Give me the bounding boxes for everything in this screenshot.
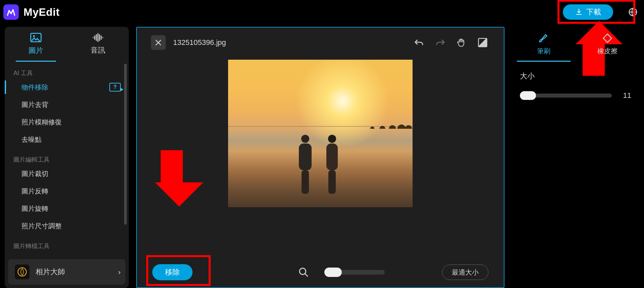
image-icon [30, 33, 42, 42]
section-ai-tools: AI 工具 [5, 62, 129, 78]
sidebar-item-label: 圖片去背 [21, 100, 48, 109]
tab-brush-label: 筆刷 [537, 47, 550, 56]
sidebar-item-label: 物件移除 [21, 83, 48, 92]
download-icon [575, 8, 583, 16]
sidebar-item-label: 照片模糊修復 [21, 118, 62, 127]
top-bar: MyEdit 下載 [0, 0, 644, 24]
promo-label: 相片大師 [36, 267, 65, 277]
redo-button[interactable] [433, 36, 447, 49]
sidebar-item-label: 圖片反轉 [21, 187, 48, 196]
left-sidebar: 圖片 音訊 AI 工具 物件移除 ? 圖片去背 照片模糊修復 去噪點 [5, 27, 129, 288]
zoom-out-button[interactable] [296, 265, 311, 280]
sidebar-item-denoise[interactable]: 去噪點 [5, 131, 129, 148]
remove-button[interactable]: 移除 [152, 264, 193, 280]
undo-icon [414, 38, 424, 47]
sidebar-item-flip[interactable]: 圖片反轉 [5, 182, 129, 200]
sidebar-item-resize[interactable]: 照片尺寸調整 [5, 217, 129, 235]
app-name: MyEdit [23, 6, 60, 18]
app-logo[interactable] [3, 4, 19, 20]
globe-icon [628, 7, 638, 17]
redo-icon [435, 38, 445, 47]
brush-size-label: 大小 [520, 71, 631, 81]
sidebar-scroll[interactable]: AI 工具 物件移除 ? 圖片去背 照片模糊修復 去噪點 圖片編輯工具 圖片裁切… [5, 62, 129, 257]
sidebar-item-rotate[interactable]: 圖片旋轉 [5, 200, 129, 217]
zoom-slider-thumb[interactable] [324, 268, 342, 277]
tab-image-label: 圖片 [29, 46, 43, 56]
tab-audio[interactable]: 音訊 [67, 27, 129, 62]
fit-label: 最適大小 [452, 269, 479, 276]
tab-brush[interactable]: 筆刷 [512, 27, 576, 62]
filename-label: 1325105396.jpg [173, 38, 226, 47]
tab-audio-label: 音訊 [91, 45, 105, 55]
brush-icon [538, 33, 549, 43]
sidebar-item-label: 照片尺寸調整 [21, 222, 62, 231]
sidebar-item-label: 圖片裁切 [21, 169, 48, 178]
sidebar-item-label: 去噪點 [21, 135, 42, 144]
audio-icon [92, 33, 104, 42]
help-icon[interactable]: ? [109, 83, 121, 92]
brush-size-slider[interactable] [520, 94, 612, 98]
magnifier-icon [298, 267, 309, 278]
language-button[interactable] [628, 7, 638, 17]
promo-app-icon [15, 265, 30, 279]
sidebar-item-crop[interactable]: 圖片裁切 [5, 165, 129, 182]
right-panel: 筆刷 橡皮擦 大小 11 [512, 27, 639, 288]
download-button[interactable]: 下載 [563, 4, 613, 20]
sidebar-item-deblur[interactable]: 照片模糊修復 [5, 113, 129, 131]
brush-size-value: 11 [618, 91, 631, 100]
sidebar-item-label: 圖片旋轉 [21, 204, 48, 213]
zoom-slider[interactable] [324, 270, 385, 275]
logo-glyph-icon [6, 7, 16, 17]
close-icon [155, 39, 162, 46]
undo-button[interactable] [412, 36, 426, 49]
compare-icon [478, 38, 488, 48]
remove-label: 移除 [165, 268, 180, 276]
canvas-viewport[interactable] [137, 58, 504, 257]
tab-eraser-label: 橡皮擦 [597, 47, 618, 56]
brush-size-thumb[interactable] [520, 91, 536, 100]
fit-button[interactable]: 最適大小 [442, 265, 488, 280]
download-label: 下載 [586, 7, 601, 17]
canvas-panel: 1325105396.jpg [136, 27, 504, 288]
svg-point-2 [33, 35, 35, 37]
eraser-icon [602, 33, 612, 43]
sidebar-item-object-remove[interactable]: 物件移除 ? [5, 78, 129, 96]
close-button[interactable] [151, 35, 166, 50]
svg-point-3 [18, 268, 26, 276]
section-convert-tools: 圖片轉檔工具 [5, 235, 129, 251]
canvas-image[interactable] [228, 60, 413, 207]
pan-button[interactable] [455, 36, 468, 50]
promo-photodirector[interactable]: 相片大師 ››› [8, 259, 125, 285]
hand-icon [457, 38, 466, 48]
chevron-right-icon: ››› [118, 268, 119, 276]
section-edit-tools: 圖片編輯工具 [5, 148, 129, 165]
tab-eraser[interactable]: 橡皮擦 [576, 27, 639, 62]
tab-image[interactable]: 圖片 [5, 27, 67, 62]
compare-button[interactable] [476, 36, 490, 50]
sidebar-item-bg-remove[interactable]: 圖片去背 [5, 96, 129, 113]
